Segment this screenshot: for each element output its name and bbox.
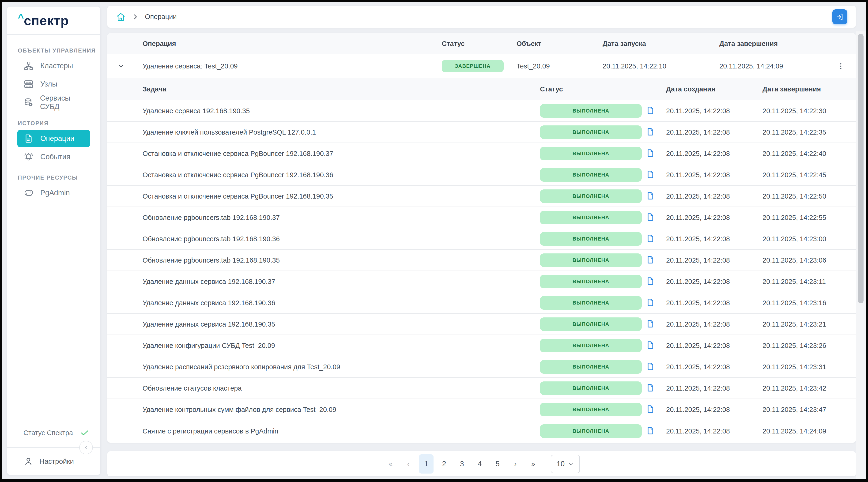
sidebar-item-operations[interactable]: Операции	[17, 130, 90, 147]
task-name: Удаление ключей пользователей PostgreSQL…	[143, 128, 316, 136]
task-log-file-icon[interactable]	[646, 170, 655, 180]
task-status-badge: ВЫПОЛНЕНА	[540, 232, 642, 246]
task-name: Снятие с регистрации сервисов в PgAdmin	[143, 427, 278, 435]
pagination-page[interactable]: 1	[419, 454, 434, 474]
col-header-task: Задача	[143, 85, 166, 93]
task-created-date: 20.11.2025, 14:22:08	[666, 235, 730, 243]
task-name: Удаление сервиса 192.168.190.35	[143, 107, 250, 115]
task-log-file-icon[interactable]	[646, 213, 655, 223]
kebab-icon	[837, 62, 847, 70]
task-log-file-icon[interactable]	[646, 277, 655, 287]
sidebar-item-nodes[interactable]: Узлы	[17, 75, 90, 93]
task-finished-date: 20.11.2025, 14:23:00	[763, 235, 826, 243]
pagination-page[interactable]: 4	[472, 454, 487, 474]
task-log-file-icon[interactable]	[646, 298, 655, 308]
task-row: Остановка и отключение сервиса PgBouncer…	[107, 164, 856, 186]
logout-button[interactable]	[832, 9, 847, 24]
pagination-page[interactable]: 3	[455, 454, 469, 474]
task-status-badge: ВЫПОЛНЕНА	[540, 168, 642, 182]
operation-name: Удаление сервиса: Test_20.09	[143, 62, 238, 70]
task-row: Остановка и отключение сервиса PgBouncer…	[107, 186, 856, 207]
task-log-file-icon[interactable]	[646, 106, 655, 116]
sidebar-item-clusters[interactable]: Кластеры	[17, 57, 90, 74]
task-name: Удаление контрольных сумм файлов для сер…	[143, 406, 336, 413]
pagination-first-button[interactable]: «	[383, 454, 398, 474]
task-log-file-icon[interactable]	[646, 191, 655, 201]
task-name: Обновление pgbouncers.tab 192.168.190.36	[143, 235, 280, 243]
task-created-date: 20.11.2025, 14:22:08	[666, 171, 730, 179]
task-created-date: 20.11.2025, 14:22:08	[666, 406, 730, 413]
operation-menu-button[interactable]	[837, 61, 847, 71]
pagination-pages: 1 2 3 4 5	[419, 454, 505, 474]
task-rows: Удаление сервиса 192.168.190.35 ВЫПОЛНЕН…	[107, 100, 856, 442]
task-status-badge: ВЫПОЛНЕНА	[540, 296, 642, 310]
sidebar-item-db-services[interactable]: Сервисы СУБД	[17, 94, 90, 111]
sidebar-section-other: ПРОЧИЕ РЕСУРСЫ	[18, 174, 100, 181]
pagination-page[interactable]: 5	[490, 454, 505, 474]
task-status-badge: ВЫПОЛНЕНА	[540, 211, 642, 224]
home-icon[interactable]	[116, 12, 126, 22]
task-name: Удаление расписаний резервного копирован…	[143, 363, 340, 371]
pagination-last-button[interactable]: »	[526, 454, 540, 474]
task-created-date: 20.11.2025, 14:22:08	[666, 384, 730, 392]
scrollbar-thumb[interactable]	[858, 34, 864, 303]
task-log-file-icon[interactable]	[646, 127, 655, 137]
task-name: Удаление данных сервиса 192.168.190.36	[143, 299, 275, 307]
task-row: Удаление ключей пользователей PostgreSQL…	[107, 122, 856, 143]
settings-label: Настройки	[39, 457, 74, 465]
task-status-badge: ВЫПОЛНЕНА	[540, 317, 642, 331]
task-row: Обновление статусов кластера ВЫПОЛНЕНА 2…	[107, 378, 856, 399]
task-finished-date: 20.11.2025, 14:22:40	[763, 150, 826, 157]
task-row: Остановка и отключение сервиса PgBouncer…	[107, 143, 856, 164]
task-finished-date: 20.11.2025, 14:23:06	[763, 256, 826, 264]
task-log-file-icon[interactable]	[646, 426, 655, 436]
pagination-page[interactable]: 2	[437, 454, 451, 474]
operations-header-row: Операция Статус Объект Дата запуска Дата…	[107, 33, 856, 54]
task-created-date: 20.11.2025, 14:22:08	[666, 150, 730, 157]
task-log-file-icon[interactable]	[646, 362, 655, 372]
task-name: Остановка и отключение сервиса PgBouncer…	[143, 192, 333, 200]
sidebar-item-pgadmin[interactable]: PgAdmin	[17, 184, 90, 202]
sidebar: ^ спектр ОБЪЕКТЫ УПРАВЛЕНИЯ Кластеры	[7, 6, 100, 475]
collapse-operation-button[interactable]	[117, 61, 127, 71]
logo-text: спектр	[24, 13, 69, 28]
task-finished-date: 20.11.2025, 14:22:30	[763, 107, 826, 115]
sidebar-section-objects: ОБЪЕКТЫ УПРАВЛЕНИЯ	[18, 47, 100, 54]
col-header-status: Статус	[442, 40, 465, 47]
task-log-file-icon[interactable]	[646, 255, 655, 265]
task-log-file-icon[interactable]	[646, 405, 655, 415]
pagination-prev-button[interactable]: ‹	[401, 454, 416, 474]
sidebar-nav: ОБЪЕКТЫ УПРАВЛЕНИЯ Кластеры	[7, 35, 100, 202]
col-header-finished-date: Дата завершения	[763, 85, 821, 93]
sidebar-collapse-button[interactable]	[79, 441, 93, 454]
task-finished-date: 20.11.2025, 14:23:21	[763, 320, 826, 328]
logo-caret-icon: ^	[18, 12, 24, 24]
task-log-file-icon[interactable]	[646, 234, 655, 244]
task-finished-date: 20.11.2025, 14:22:55	[763, 214, 826, 221]
task-name: Остановка и отключение сервиса PgBouncer…	[143, 150, 333, 157]
status-ok-check-icon	[80, 428, 89, 438]
task-created-date: 20.11.2025, 14:22:08	[666, 427, 730, 435]
task-name: Остановка и отключение сервиса PgBouncer…	[143, 171, 333, 179]
clusters-icon	[24, 61, 34, 71]
task-log-file-icon[interactable]	[646, 319, 655, 329]
sidebar-item-label: Операции	[40, 134, 74, 143]
scrollbar-track[interactable]	[856, 31, 866, 479]
chevron-down-icon	[117, 62, 127, 70]
task-name: Удаление конфигурации СУБД Test_20.09	[143, 342, 275, 349]
page-size-select[interactable]: 10	[551, 455, 580, 473]
col-header-operation: Операция	[143, 40, 176, 47]
task-log-file-icon[interactable]	[646, 341, 655, 351]
main-area: Операции Операция Статус Объект Дата зап…	[107, 2, 856, 479]
task-name: Удаление данных сервиса 192.168.190.35	[143, 320, 275, 328]
task-name: Обновление pgbouncers.tab 192.168.190.35	[143, 256, 280, 264]
operation-row: Удаление сервиса: Test_20.09 ЗАВЕРШЕНА T…	[107, 54, 856, 78]
task-status-badge: ВЫПОЛНЕНА	[540, 339, 642, 352]
task-name: Удаление данных сервиса 192.168.190.37	[143, 278, 275, 285]
db-services-icon	[24, 97, 34, 107]
task-row: Удаление данных сервиса 192.168.190.37 В…	[107, 271, 856, 292]
sidebar-item-events[interactable]: События	[17, 148, 90, 165]
pagination-next-button[interactable]: ›	[508, 454, 523, 474]
task-log-file-icon[interactable]	[646, 383, 655, 393]
task-log-file-icon[interactable]	[646, 149, 655, 159]
